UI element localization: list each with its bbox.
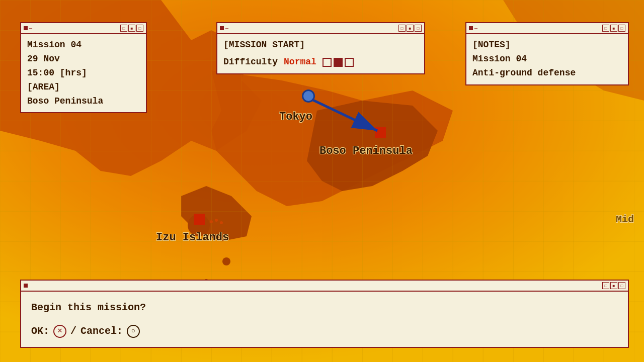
map-label-mid: Mid [616, 214, 634, 225]
divider: / [70, 323, 76, 339]
svg-point-38 [210, 220, 213, 223]
cancel-button-icon[interactable]: ○ [127, 325, 140, 338]
diff-box-1 [323, 58, 332, 67]
titlebar-btn-1[interactable]: □ [120, 25, 127, 32]
mission-time: 15:00 [hrs] [27, 66, 140, 80]
mission-area-name: Boso Peninsula [27, 95, 140, 109]
titlebar-btn-3[interactable]: □ [136, 25, 143, 32]
difficulty-boxes [323, 58, 354, 67]
mission-start-panel: — □ ■ □ [MISSION START] Difficulty Norma… [216, 22, 425, 74]
diff-box-2 [334, 58, 343, 67]
dialog-titlebar-btn-3[interactable]: □ [618, 282, 625, 289]
start-titlebar-btn-2[interactable]: ■ [407, 25, 414, 32]
mission-info-panel: — □ ■ □ Mission 04 29 Nov 15:00 [hrs] [A… [20, 22, 147, 113]
map-label-boso: Boso Peninsula [319, 145, 413, 157]
start-titlebar-btn-1[interactable]: □ [398, 25, 406, 32]
dialog-controls: OK: ✕ / Cancel: ○ [31, 323, 618, 339]
difficulty-label: Difficulty [223, 55, 278, 69]
notes-mission: Mission 04 [472, 52, 622, 66]
notes-titlebar-btn-1[interactable]: □ [602, 25, 609, 32]
notes-titlebar-dots: — [469, 26, 477, 31]
start-titlebar-btn-3[interactable]: □ [415, 25, 422, 32]
mission-area-label: [AREA] [27, 80, 140, 95]
svg-point-34 [222, 257, 230, 265]
notes-titlebar-btn-3[interactable]: □ [618, 25, 625, 32]
titlebar-dot-1 [24, 26, 28, 30]
dialog-titlebar-controls[interactable]: □ ■ □ [602, 282, 625, 289]
ok-label: OK: [31, 323, 49, 339]
diff-box-3 [345, 58, 354, 67]
mission-start-titlebar: — □ ■ □ [217, 23, 424, 34]
notes-titlebar-controls[interactable]: □ ■ □ [602, 25, 625, 32]
difficulty-row: Difficulty Normal [223, 55, 418, 69]
dialog-titlebar-dots [24, 284, 28, 288]
mission-start-title: [MISSION START] [223, 38, 418, 52]
notes-titlebar-dash: — [474, 26, 477, 31]
mission-info-content: Mission 04 29 Nov 15:00 [hrs] [AREA] Bos… [21, 34, 146, 112]
notes-panel: — □ ■ □ [NOTES] Mission 04 Anti-ground d… [465, 22, 629, 85]
marker-izu [194, 214, 205, 225]
ok-button-icon[interactable]: ✕ [53, 325, 66, 338]
dialog-content: Begin this mission? OK: ✕ / Cancel: ○ [21, 292, 628, 347]
dialog-panel: □ ■ □ Begin this mission? OK: ✕ / Cancel… [20, 280, 629, 348]
mission-info-titlebar: — □ ■ □ [21, 23, 146, 34]
titlebar-dots: — [24, 26, 32, 31]
svg-line-37 [312, 100, 377, 131]
direction-arrow [307, 95, 390, 140]
mission-number: Mission 04 [27, 38, 140, 52]
cancel-label: Cancel: [80, 323, 123, 339]
start-titlebar-dot [220, 26, 224, 30]
notes-titlebar-btn-2[interactable]: ■ [610, 25, 617, 32]
titlebar-btn-2[interactable]: ■ [128, 25, 135, 32]
dialog-titlebar-btn-2[interactable]: ■ [610, 282, 617, 289]
notes-titlebar: — □ ■ □ [466, 23, 628, 34]
mission-date: 29 Nov [27, 52, 140, 66]
mission-start-content: [MISSION START] Difficulty Normal [217, 34, 424, 73]
notes-title: [NOTES] [472, 38, 622, 52]
dialog-prompt: Begin this mission? [31, 300, 618, 315]
izu-dots [209, 218, 224, 228]
dialog-titlebar-dot [24, 284, 28, 288]
map-label-izu: Izu Islands [156, 231, 229, 244]
titlebar-controls[interactable]: □ ■ □ [120, 25, 143, 32]
dialog-titlebar: □ ■ □ [21, 281, 628, 292]
notes-content: [NOTES] Mission 04 Anti-ground defense [466, 34, 628, 84]
notes-titlebar-dot [469, 26, 473, 30]
start-titlebar-dots: — [220, 26, 228, 31]
dialog-titlebar-btn-1[interactable]: □ [602, 282, 609, 289]
start-titlebar-controls[interactable]: □ ■ □ [398, 25, 422, 32]
svg-point-40 [220, 221, 223, 224]
svg-point-39 [215, 219, 218, 222]
titlebar-dash: — [29, 26, 32, 31]
difficulty-value: Normal [284, 55, 316, 69]
start-titlebar-dash: — [225, 26, 228, 31]
notes-description: Anti-ground defense [472, 66, 622, 80]
